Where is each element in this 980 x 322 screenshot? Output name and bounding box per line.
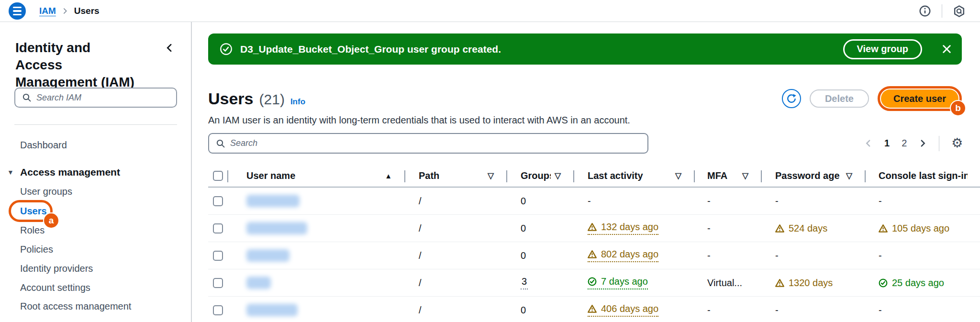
sidebar-section-access-management[interactable]: Access management [20,167,120,178]
row-checkbox[interactable] [213,196,223,206]
warning-status-link[interactable]: 802 days ago [588,249,658,262]
sidebar-item-root-access-management[interactable]: Root access management [20,301,131,312]
column-groups[interactable]: Groups [521,170,551,181]
filter-icon[interactable]: ▽ [551,171,561,181]
users-search-input[interactable] [230,138,641,148]
sidebar-item-policies[interactable]: Policies [20,244,53,255]
column-console-last-sign-in[interactable]: Console last sign-in [879,170,968,181]
console-sign-in-cell: - [865,242,980,269]
filter-icon[interactable]: ▽ [842,171,852,181]
breadcrumb-iam-link[interactable]: IAM [39,6,56,16]
search-icon [216,139,225,148]
page-title: Users [208,89,254,108]
topbar-divider [942,4,942,18]
warning-status: 1320 days [775,278,833,289]
column-password-age[interactable]: Password age [775,170,840,181]
sidebar-item-identity-providers[interactable]: Identity providers [20,263,93,274]
sidebar-search[interactable] [14,88,177,108]
user-name-redacted[interactable] [246,222,307,234]
row-checkbox[interactable] [213,305,223,315]
preferences-gear-icon[interactable]: ⚙ [951,137,963,150]
page-number-2[interactable]: 2 [902,138,907,149]
last-activity-cell: - [573,188,694,214]
sidebar-item-roles[interactable]: Roles [20,225,45,236]
filter-icon[interactable]: ▽ [484,171,494,181]
console-sign-in-cell: - [865,188,980,214]
warning-status-link[interactable]: 406 days ago [588,303,658,317]
table-row[interactable]: / 0 406 days ago - - - [208,297,980,322]
user-name-redacted[interactable] [246,277,271,289]
services-menu-icon[interactable] [9,2,26,20]
table-row[interactable]: / 0 - - - - [208,188,980,215]
password-age-cell: - [761,242,865,269]
sidebar-item-user-groups[interactable]: User groups [20,186,72,197]
row-checkbox[interactable] [213,223,223,233]
pagination: 1 2 ⚙ [864,133,963,154]
filter-icon[interactable]: ▽ [738,171,748,181]
mfa-cell: - [694,188,761,214]
sidebar-item-account-settings[interactable]: Account settings [20,282,90,293]
groups-count-link[interactable]: 3 [521,276,528,289]
caret-down-icon[interactable]: ▼ [7,168,14,176]
create-user-button[interactable]: Create user [881,89,958,108]
sort-ascending-icon[interactable]: ▲ [381,172,392,180]
page-description: An IAM user is an identity with long-ter… [208,115,630,126]
sidebar-item-dashboard[interactable]: Dashboard [20,140,67,151]
collapse-sidebar-icon[interactable] [165,43,174,53]
sidebar-search-input[interactable] [36,93,169,103]
amazon-q-icon[interactable] [953,5,966,18]
users-search[interactable] [208,133,648,154]
groups-cell: 0 [506,242,573,269]
sidebar-title: Identity and Access Management (IAM) [15,39,136,90]
page-number-1[interactable]: 1 [884,138,890,149]
iam-users-page: IAM Users Identity and Access Management… [0,0,980,322]
warning-status-link[interactable]: 132 days ago [588,222,658,235]
close-icon[interactable] [941,44,952,55]
success-status-link[interactable]: 7 days ago [588,276,648,289]
pagination-divider [939,136,939,151]
previous-page-icon[interactable] [864,139,872,147]
next-page-icon[interactable] [919,139,927,147]
groups-cell: 0 [506,297,573,322]
chevron-right-icon [62,8,68,14]
info-icon[interactable] [919,5,931,17]
path-cell: / [404,242,506,269]
table-row[interactable]: / 0 802 days ago - - - [208,242,980,269]
info-link[interactable]: Info [290,97,305,107]
user-name-redacted[interactable] [246,249,290,262]
column-last-activity[interactable]: Last activity [588,170,643,181]
table-row[interactable]: / 0 132 days ago - 524 days 105 days ago [208,215,980,242]
success-status: 25 days ago [879,278,944,289]
groups-cell: 0 [506,188,573,214]
column-user-name[interactable]: User name [246,170,295,181]
refresh-button[interactable] [782,89,801,108]
mfa-cell: - [694,242,761,269]
page-header: Users (21) Info Delete Create user b [208,87,962,110]
warning-status: 105 days ago [879,223,949,234]
path-cell: / [404,269,506,296]
groups-cell: 0 [506,215,573,242]
column-path[interactable]: Path [419,170,439,181]
top-navigation-bar: IAM Users [0,0,980,22]
view-group-button[interactable]: View group [843,39,922,59]
breadcrumb: IAM Users [39,0,100,22]
delete-button[interactable]: Delete [810,89,869,108]
mfa-cell: - [694,215,761,242]
select-all-checkbox[interactable] [213,171,223,181]
path-cell: / [404,188,506,214]
row-checkbox[interactable] [213,251,223,261]
iam-sidebar: Identity and Access Management (IAM) Das… [0,22,192,322]
column-mfa[interactable]: MFA [707,170,727,181]
mfa-cell: - [694,297,761,322]
row-checkbox[interactable] [213,278,223,288]
search-icon [22,93,32,102]
user-name-redacted[interactable] [246,304,298,316]
password-age-cell: - [761,188,865,214]
sidebar-item-users[interactable]: Users [20,206,47,217]
table-row[interactable]: / 3 7 days ago Virtual... 1320 days 25 d… [208,269,980,297]
table-header: User name▲ Path▽ Groups▽ Last activity▽ … [208,165,980,188]
success-check-icon [220,43,233,56]
filter-icon[interactable]: ▽ [671,171,681,181]
user-name-redacted[interactable] [246,195,300,207]
breadcrumb-current: Users [74,6,100,16]
